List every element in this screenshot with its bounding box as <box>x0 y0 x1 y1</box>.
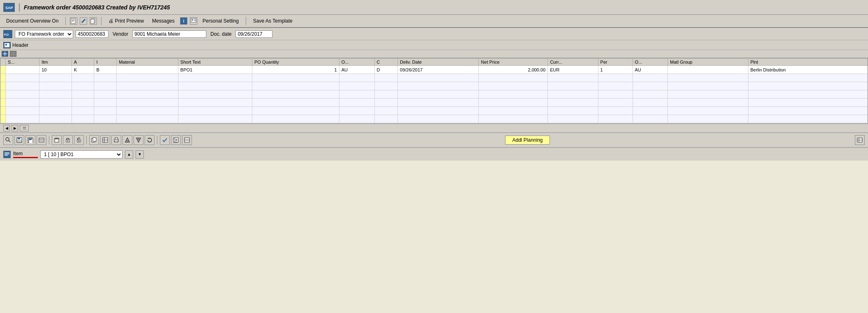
cell-material[interactable] <box>117 66 178 74</box>
po-items-table: S... Itm A I Material Short Text PO Quan… <box>0 58 868 123</box>
item-label: Item <box>13 151 38 156</box>
info-icon[interactable]: i <box>180 17 187 25</box>
check-button[interactable] <box>160 135 170 145</box>
print-button[interactable] <box>111 135 121 145</box>
col-select-icon[interactable] <box>10 51 16 57</box>
po-items-table-container: S... Itm A I Material Short Text PO Quan… <box>0 58 868 124</box>
cell-deliv-date[interactable]: 09/26/2017 <box>398 66 479 74</box>
delete-button[interactable] <box>52 135 62 145</box>
unlock-button[interactable] <box>74 135 84 145</box>
save-button[interactable] <box>14 135 24 145</box>
print-icon: 🖨 <box>108 18 113 24</box>
sap-icon: SAP <box>3 3 15 12</box>
page-title: Framework order 4500020683 Created by IV… <box>24 4 170 11</box>
cell-itm[interactable]: 10 <box>39 66 72 74</box>
toolbar-sep-2 <box>101 17 102 25</box>
print-preview-button[interactable]: 🖨 Print Preview <box>106 17 147 25</box>
edit-icon[interactable] <box>80 17 87 25</box>
table-row <box>1 115 868 123</box>
copy-doc-button[interactable] <box>171 135 181 145</box>
cell-net-price[interactable]: 2,000.00 <box>479 66 548 74</box>
col-header-a: A <box>72 59 94 66</box>
col-header-c: C <box>374 59 398 66</box>
table-expand-icon[interactable] <box>2 51 8 57</box>
copy-item-button[interactable] <box>89 135 99 145</box>
row-indicator <box>1 107 6 115</box>
svg-rect-46 <box>115 141 118 142</box>
col-header-itm: Itm <box>39 59 72 66</box>
svg-rect-24 <box>17 140 21 142</box>
table-settings-button[interactable] <box>100 135 110 145</box>
addl-planning-button[interactable]: Addl Planning <box>505 136 549 145</box>
title-bar: SAP Framework order 4500020683 Created b… <box>0 0 868 15</box>
col-header-i: I <box>94 59 117 66</box>
scroll-right-button[interactable]: ▶ <box>12 125 18 131</box>
cell-c: D <box>374 66 398 74</box>
column-settings-button[interactable]: ☷ <box>20 125 29 131</box>
doc-overview-button[interactable]: Document Overview On <box>3 17 61 25</box>
cell-per: 1 <box>598 66 633 74</box>
table-nav-row: ◀ ▶ ☷ <box>0 124 868 133</box>
col-header-matl-group: Matl Group <box>668 59 748 66</box>
table-section: S... Itm A I Material Short Text PO Quan… <box>0 50 868 133</box>
svg-rect-31 <box>55 139 59 142</box>
svg-rect-45 <box>115 138 118 139</box>
item-footer: Item 1 [ 10 ] BPO1 ▲ ▼ <box>0 147 868 161</box>
svg-rect-36 <box>77 140 81 142</box>
item-nav-up-button[interactable]: ▲ <box>125 150 133 159</box>
col-header-po-quantity: PO Quantity <box>252 59 339 66</box>
col-header-net-price: Net Price <box>479 59 548 66</box>
save-copy-button[interactable] <box>25 135 35 145</box>
list-button[interactable] <box>182 135 192 145</box>
col-header-o2: O... <box>633 59 668 66</box>
cell-status <box>6 66 39 74</box>
messages-button[interactable]: Messages <box>149 17 178 25</box>
scroll-left-button[interactable]: ◀ <box>3 125 10 131</box>
svg-rect-39 <box>93 138 96 141</box>
header-section-row[interactable]: Header <box>0 40 868 50</box>
refresh-button[interactable] <box>145 135 155 145</box>
col-header-plnt: Plnt <box>748 59 867 66</box>
search-button[interactable] <box>3 135 13 145</box>
doc-date-input[interactable] <box>235 30 272 38</box>
order-type-select[interactable]: FO Framework order <box>15 30 73 38</box>
svg-rect-59 <box>185 138 189 143</box>
item-select[interactable]: 1 [ 10 ] BPO1 <box>40 150 122 159</box>
row-indicator <box>1 82 6 90</box>
lock-button[interactable] <box>63 135 73 145</box>
svg-point-20 <box>6 138 9 141</box>
col-header-deliv-date: Deliv. Date <box>398 59 479 66</box>
col-header-material: Material <box>117 59 178 66</box>
right-action-button[interactable] <box>855 135 865 145</box>
toolbar-sep-1 <box>65 17 66 25</box>
col-header-o1: O... <box>339 59 374 66</box>
table-row <box>1 107 868 115</box>
svg-point-35 <box>67 140 69 142</box>
table-row <box>1 74 868 82</box>
filter-down-button[interactable] <box>134 135 143 145</box>
bottom-toolbar: Addl Planning <box>0 133 868 147</box>
order-number-input[interactable] <box>76 30 108 38</box>
vendor-input[interactable] <box>132 30 206 38</box>
item-red-indicator <box>13 157 38 158</box>
filter-up-button[interactable] <box>122 135 132 145</box>
table-row: 10 K B BPO1 1 AU D 09/26/2017 2,000.00 E… <box>1 66 868 74</box>
save-local-button[interactable] <box>37 135 46 145</box>
main-toolbar: Document Overview On 🖨 Print Preview Mes… <box>0 15 868 28</box>
row-indicator <box>1 66 6 74</box>
copy-icon[interactable] <box>90 17 97 25</box>
toolbar-sep-3 <box>246 17 246 25</box>
svg-rect-30 <box>40 140 43 141</box>
personal-setting-button[interactable]: Personal Setting <box>200 17 242 25</box>
cell-o1: AU <box>339 66 374 74</box>
svg-line-21 <box>9 140 10 142</box>
cell-short-text[interactable]: BPO1 <box>178 66 252 74</box>
cell-po-quantity[interactable]: 1 <box>252 66 339 74</box>
row-indicator <box>1 99 6 107</box>
item-nav-down-button[interactable]: ▼ <box>136 150 144 159</box>
save-template-button[interactable]: Save As Template <box>250 17 295 25</box>
personal-setting-icon[interactable] <box>190 17 197 25</box>
col-header-status: S... <box>6 59 39 66</box>
svg-rect-23 <box>18 138 20 139</box>
new-doc-icon[interactable] <box>70 17 77 25</box>
